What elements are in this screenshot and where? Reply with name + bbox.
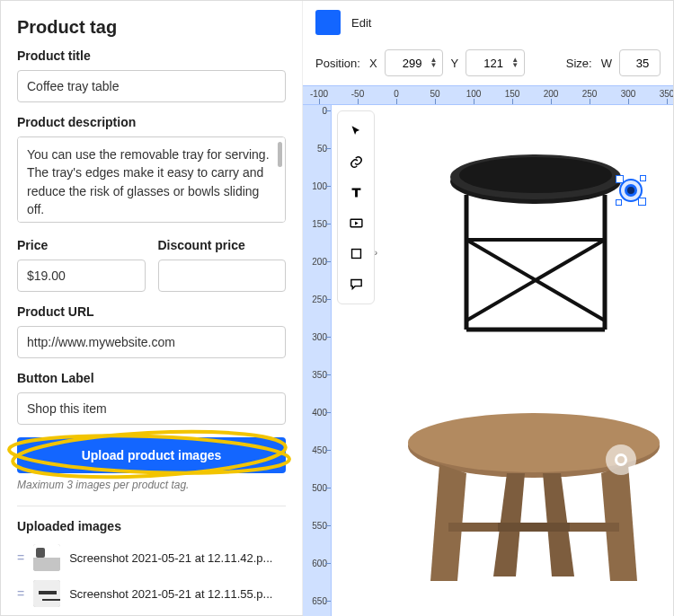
design-stage[interactable]: ›: [332, 105, 673, 616]
stepper-icon[interactable]: ▲▼: [430, 57, 438, 68]
product-url-label: Product URL: [17, 304, 286, 319]
button-label-label: Button Label: [17, 371, 286, 385]
drag-handle-icon[interactable]: =: [17, 586, 24, 601]
upload-product-images-button[interactable]: Upload product images: [17, 437, 286, 473]
position-label: Position:: [315, 57, 360, 70]
canvas-area: Edit Position: X ▲▼ Y ▲▼ Size: W -100-50…: [302, 1, 673, 615]
vertical-ruler: 050100150200250300350400450500550600650: [303, 105, 332, 616]
product-hotspot[interactable]: [606, 444, 636, 475]
link-tool[interactable]: [341, 147, 370, 176]
product-description-input[interactable]: You can use the removable tray for servi…: [17, 136, 286, 223]
file-name: Screenshot 2021-05-21 at 12.11.55.p...: [69, 587, 286, 601]
product-hotspot-selected[interactable]: [619, 179, 643, 202]
video-tool[interactable]: [341, 208, 370, 237]
svg-point-6: [459, 157, 612, 193]
svg-rect-3: [351, 249, 360, 258]
price-input[interactable]: [17, 260, 146, 292]
divider: [17, 506, 286, 506]
uploaded-image-item[interactable]: = Screenshot 2021-05-21 at 12.11.55.p...: [17, 580, 286, 607]
shape-tool[interactable]: ›: [341, 239, 370, 268]
comment-tool[interactable]: [341, 269, 370, 298]
image-thumbnail: [33, 544, 60, 571]
drag-handle-icon[interactable]: =: [17, 550, 24, 565]
w-input[interactable]: [619, 49, 661, 76]
y-value[interactable]: [475, 57, 511, 70]
edit-label: Edit: [351, 16, 371, 30]
chevron-right-icon: ›: [375, 248, 377, 258]
price-label: Price: [17, 238, 146, 252]
upload-hint: Maximum 3 images per product tag.: [17, 479, 286, 491]
product-title-input[interactable]: [17, 70, 286, 102]
properties-bar: Position: X ▲▼ Y ▲▼ Size: W: [303, 42, 673, 85]
stepper-icon[interactable]: ▲▼: [511, 57, 519, 68]
product-title-label: Product title: [17, 48, 286, 63]
y-label: Y: [450, 57, 458, 70]
product-tag-panel: Product tag Product title Product descri…: [1, 1, 302, 615]
product-image-wood-table[interactable]: [404, 410, 664, 590]
w-value[interactable]: [629, 57, 656, 70]
discount-price-input[interactable]: [158, 260, 287, 292]
size-label: Size:: [566, 57, 592, 70]
button-label-input[interactable]: [17, 392, 286, 425]
x-label: X: [369, 57, 377, 70]
tool-palette: ›: [337, 110, 375, 304]
image-thumbnail: [33, 580, 60, 607]
product-description-label: Product description: [17, 115, 286, 129]
x-input[interactable]: ▲▼: [385, 49, 444, 76]
panel-title: Product tag: [17, 17, 286, 38]
x-value[interactable]: [395, 57, 430, 70]
color-swatch[interactable]: [315, 10, 341, 35]
discount-price-label: Discount price: [158, 238, 287, 252]
product-image-black-table[interactable]: [439, 141, 633, 348]
w-label: W: [601, 57, 612, 70]
pointer-tool[interactable]: [341, 117, 370, 145]
horizontal-ruler: -100-50050100150200250300350: [303, 85, 673, 105]
file-name: Screenshot 2021-05-21 at 12.11.42.p...: [69, 551, 286, 565]
product-url-input[interactable]: [17, 326, 286, 358]
text-tool[interactable]: [341, 178, 370, 207]
y-input[interactable]: ▲▼: [466, 49, 525, 76]
uploaded-image-item[interactable]: = Screenshot 2021-05-21 at 12.11.42.p...: [17, 544, 286, 571]
uploaded-images-title: Uploaded images: [17, 519, 286, 533]
